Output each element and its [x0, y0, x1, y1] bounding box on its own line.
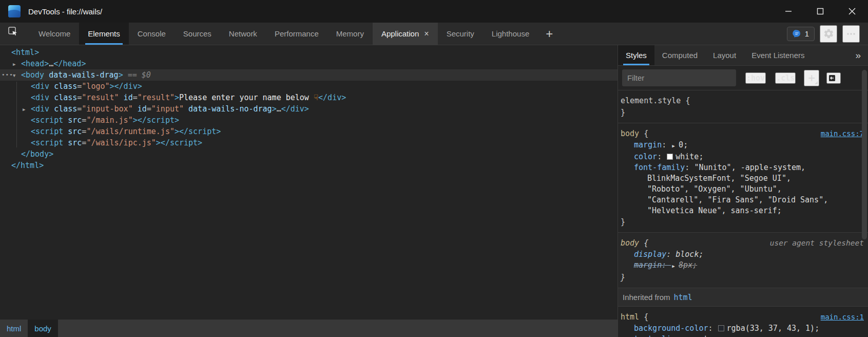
expand-arrow-icon[interactable]: ▶ — [13, 59, 15, 70]
more-options-button[interactable] — [842, 25, 860, 43]
css-selector[interactable]: body — [621, 237, 639, 249]
expand-longhand-icon[interactable]: ▶ — [671, 143, 679, 148]
dom-node-row[interactable]: </html> — [0, 160, 618, 171]
dom-tree[interactable]: <html>▶<head>…</head>•••▼<body data-wail… — [0, 45, 618, 320]
devtools-logo — [8, 5, 21, 17]
css-declaration[interactable]: margin: ▶ 8px; — [621, 260, 864, 272]
css-property-value[interactable]: block — [676, 250, 699, 259]
tab-welcome[interactable]: Welcome — [30, 23, 79, 45]
tab-lighthouse[interactable]: Lighthouse — [483, 23, 538, 45]
dom-node-row[interactable]: <div class="logo"></div> — [0, 81, 618, 92]
toolbar-right: 1 — [787, 23, 868, 45]
dom-node-row[interactable]: <script src="/wails/runtime.js"></script… — [0, 126, 618, 137]
css-property-value[interactable]: "Nunito", -apple-system, — [694, 163, 805, 172]
color-swatch[interactable] — [667, 154, 673, 160]
dom-node-row[interactable]: <html> — [0, 47, 618, 58]
more-menu-icon — [846, 29, 856, 39]
css-property-value[interactable]: rgba(33, 37, 43, 1) — [727, 324, 815, 333]
stylesheet-link[interactable]: main.css:1 — [821, 311, 864, 323]
minimize-button[interactable] — [773, 0, 804, 23]
css-declaration[interactable]: text-align: center; — [621, 334, 864, 337]
inherited-node-link[interactable]: html — [674, 293, 692, 302]
tab-sources[interactable]: Sources — [175, 23, 220, 45]
dom-node-row[interactable]: <script src="/wails/ipc.js"></script> — [0, 137, 618, 148]
close-button[interactable] — [836, 0, 868, 23]
stylesheet-link[interactable]: main.css:7 — [821, 128, 864, 140]
dom-node-row[interactable]: <script src="/main.js"></script> — [0, 115, 618, 126]
styles-tab-computed[interactable]: Computed — [654, 45, 705, 65]
css-selector[interactable]: html — [621, 311, 639, 323]
styles-tab-event-listeners[interactable]: Event Listeners — [744, 45, 812, 65]
tab-memory[interactable]: Memory — [327, 23, 373, 45]
tab-label: Performance — [275, 29, 319, 38]
css-selector[interactable]: body — [621, 128, 639, 140]
dom-node-row[interactable]: •••▼<body data-wails-drag> == $0 — [0, 69, 618, 81]
css-selector[interactable]: element.style — [621, 95, 681, 107]
toggle-class-button[interactable]: .cls — [775, 72, 796, 84]
expand-longhand-icon[interactable]: ▶ — [671, 264, 679, 269]
issues-counter-button[interactable]: 1 — [787, 27, 815, 41]
styles-scrollbar[interactable] — [862, 70, 867, 239]
css-property-name[interactable]: margin — [634, 140, 662, 149]
css-property-value[interactable]: center — [689, 334, 717, 337]
toggle-computed-sidebar-icon — [827, 73, 840, 83]
dom-node-row[interactable]: </body> — [0, 148, 618, 160]
settings-button[interactable] — [820, 25, 837, 43]
more-tabs-chevron-button[interactable]: » — [848, 45, 868, 65]
tab-network[interactable]: Network — [220, 23, 266, 45]
minimize-icon — [785, 8, 792, 15]
tab-console[interactable]: Console — [129, 23, 175, 45]
close-tab-icon[interactable]: × — [424, 30, 429, 38]
window-title: DevTools - file://wails/ — [28, 7, 102, 16]
css-declaration[interactable]: background-color: rgba(33, 37, 43, 1); — [621, 323, 864, 334]
tab-label: Console — [138, 29, 166, 38]
css-property-name[interactable]: color — [634, 152, 657, 161]
css-property-name[interactable]: text-align — [634, 334, 680, 337]
css-property-name[interactable]: margin — [634, 260, 662, 270]
gear-icon — [823, 28, 834, 39]
inspect-element-button[interactable] — [4, 23, 22, 40]
css-property-name[interactable]: font-family — [634, 163, 685, 172]
css-declaration[interactable]: display: block; — [621, 249, 864, 260]
toggle-hover-state-button[interactable]: :hov — [745, 72, 766, 84]
tab-elements[interactable]: Elements — [79, 23, 129, 45]
panel-tabs: WelcomeElementsConsoleSourcesNetworkPerf… — [30, 23, 538, 45]
tab-label: Lighthouse — [492, 29, 529, 38]
dom-node-row[interactable]: ▶<div class="input-box" id="input" data-… — [0, 103, 618, 115]
color-swatch[interactable] — [718, 325, 724, 331]
dom-node-row[interactable]: <div class="result" id="result">Please e… — [0, 92, 618, 103]
tab-label: Network — [229, 29, 257, 38]
dom-node-row[interactable]: ▶<head>…</head> — [0, 58, 618, 69]
tab-label: Elements — [88, 29, 120, 38]
expand-arrow-icon[interactable]: ▼ — [13, 70, 15, 81]
css-rule: html {main.css:1background-color: rgba(3… — [618, 307, 868, 337]
css-property-name[interactable]: display — [634, 250, 666, 259]
css-property-name[interactable]: background-color — [634, 324, 708, 333]
add-tab-button[interactable]: + — [538, 23, 561, 45]
new-style-rule-button[interactable]: + — [804, 70, 819, 86]
tab-application[interactable]: Application× — [373, 23, 438, 45]
dom-breadcrumb: htmlbody — [0, 320, 618, 337]
node-options-dots[interactable]: ••• — [2, 69, 13, 81]
styles-filter-input[interactable] — [622, 69, 736, 86]
css-declaration[interactable]: margin: ▶ 0; — [621, 140, 864, 152]
tab-security[interactable]: Security — [438, 23, 483, 45]
breadcrumb-item-html[interactable]: html — [0, 320, 28, 337]
css-property-value[interactable]: white — [676, 152, 699, 161]
breadcrumb-item-body[interactable]: body — [28, 320, 58, 337]
close-icon — [848, 8, 856, 15]
tab-performance[interactable]: Performance — [266, 23, 327, 45]
css-rule: body {main.css:7margin: ▶ 0;color: white… — [618, 123, 868, 233]
expand-arrow-icon[interactable]: ▶ — [23, 104, 25, 115]
toggle-computed-sidebar-button[interactable] — [826, 72, 841, 84]
css-property-value[interactable]: 8px — [679, 260, 692, 270]
css-rule: body {user agent stylesheetdisplay: bloc… — [618, 233, 868, 288]
styles-tab-styles[interactable]: Styles — [618, 45, 654, 65]
css-property-value[interactable]: 0 — [679, 140, 683, 149]
css-declaration[interactable]: color: white; — [621, 152, 864, 162]
css-value-continuation: "Roboto", "Oxygen", "Ubuntu", — [621, 184, 864, 195]
maximize-button[interactable] — [804, 0, 836, 23]
styles-toolbar: :hov .cls + — [618, 66, 868, 90]
styles-tab-layout[interactable]: Layout — [705, 45, 744, 65]
css-declaration[interactable]: font-family: "Nunito", -apple-system, — [621, 162, 864, 173]
